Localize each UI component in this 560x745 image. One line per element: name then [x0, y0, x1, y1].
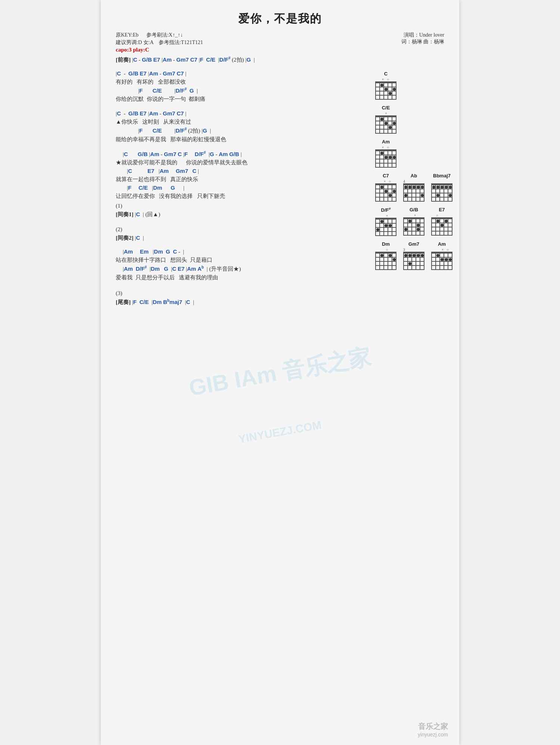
bridge-section: | Am Em | Dm G C - | 站在那抉择十字路口 想回头 只是藉口 …: [116, 248, 370, 282]
chorus-paren1: (1): [116, 201, 370, 210]
key-info: 原KEY:Eb 参考刷法:X↑_↑↓: [116, 32, 203, 38]
diag-group-row4: Dm ○: [375, 241, 452, 270]
suggest-info: 建议男调:D 女:A 参考指法:T121T121: [116, 39, 203, 46]
outro-chord: [尾奏] | F C/E | Dm Bbmaj7 | C |: [116, 298, 370, 306]
chord-diag-C: C × ○: [375, 71, 396, 100]
intro-chord-row: [前奏] | C - G/B E7 | Am - Gm7 C7 | F C/E …: [116, 56, 370, 63]
verse2-section: | C - G/B E7 | Am - Gm7 C7 | ▲你快乐 这时刻 从来…: [116, 110, 370, 144]
chord-diag-C7: C7 × ○: [375, 173, 396, 202]
chord-diag-CE: C/E ×: [375, 105, 396, 134]
chorus-lyric3: 让回忆停在爱你 没有我的选择 只剩下躯壳: [116, 192, 370, 201]
chord-diag-DFs: D/F# ×: [375, 207, 396, 236]
chord-diag-Am2: Am × ○: [431, 241, 452, 270]
key-label: 原KEY:Eb: [116, 32, 139, 38]
chord-diag-E7: E7 ○: [431, 207, 452, 236]
bridge-lyric2: 爱着我 只是想分手以后 逃避有我的理由: [116, 273, 370, 282]
v2-lyric1: ▲你快乐 这时刻 从来没有过: [116, 117, 370, 126]
capo-line: capo:3 play:C: [116, 47, 444, 53]
chord-diagrams-panel: C × ○: [375, 71, 452, 271]
paren3: (3): [116, 289, 370, 298]
diag-group-ce: C/E ×: [375, 105, 396, 134]
chord-diag-Dm: Dm ○: [375, 241, 396, 270]
main-content: [前奏] | C - G/B E7 | Am - Gm7 C7 | F C/E …: [116, 56, 370, 306]
watermark2: YINYUEZJ.COM: [237, 419, 323, 446]
footer-logo-text: 音乐之家: [418, 721, 448, 732]
v2-chord1: | C - G/B E7 | Am - Gm7 C7 |: [116, 110, 370, 117]
diag-group-c: C × ○: [375, 71, 396, 100]
chorus-interlude1: [间奏1] | C | (回▲): [116, 211, 370, 218]
main-page: GIB IAm 音乐之家 YINYUEZJ.COM 爱你，不是我的 原KEY:E…: [101, 0, 459, 745]
strum-label: 参考刷法:X↑_↑↓: [146, 32, 183, 38]
v1-lyric2: 你给的沉默 你说的一字一句 都刺痛: [116, 94, 370, 103]
diag-group-am: Am × ○: [375, 139, 396, 168]
meta-right: 演唱：Under lover 词：杨琳 曲：杨琳: [401, 32, 445, 46]
chord-diag-Gm7: Gm7 3: [403, 241, 424, 270]
v2-lyric2: 能给的幸福不再是我 那幸福的彩虹慢慢退色: [116, 135, 370, 144]
chorus-chord1: | C G/B | Am - Gm7 C | F D/F# | G - Am: [116, 150, 370, 158]
chord-diag-Bbmaj7: Bbmaj7: [431, 173, 452, 202]
bridge-chord2: | Am D/F# | Dm G | C E7 | Am Ab | (升半音回★…: [116, 265, 370, 273]
song-title: 爱你，不是我的: [116, 11, 444, 27]
chorus-section: | C G/B | Am - Gm7 C | F D/F# | G - Am: [116, 150, 370, 218]
footer-logo: 音乐之家 yinyuezj.com: [418, 721, 448, 738]
chorus-lyric1: ★就说爱你可能不是我的 你说的爱情早就失去眼色: [116, 158, 370, 167]
diag-group-row2: C7 × ○: [375, 173, 452, 202]
chord-diag-Am: Am × ○: [375, 139, 396, 168]
lyricist-info: 词：杨琳 曲：杨琳: [401, 38, 445, 45]
finger-label: 参考指法:T121T121: [159, 40, 203, 45]
outro-section: (3) [尾奏] | F C/E | Dm Bbmaj7 | C |: [116, 289, 370, 306]
chorus-chord2: | C E7 | Am Gm7 C |: [116, 168, 370, 174]
v1-lyric1: 有好的 有坏的 全部都没收: [116, 77, 370, 86]
interlude2-chord: [间奏2] | C |: [116, 235, 370, 242]
meta-left: 原KEY:Eb 参考刷法:X↑_↑↓ 建议男调:D 女:A 参考指法:T121T…: [116, 32, 203, 46]
v2-chord2: | F C/E | D/F# (2拍) | G |: [116, 127, 370, 134]
paren2: (2): [116, 225, 370, 234]
bridge-chord1: | Am Em | Dm G C - |: [116, 248, 370, 255]
chorus-lyric2: 就算在一起也得不到 真正的快乐: [116, 175, 370, 184]
meta-section: 原KEY:Eb 参考刷法:X↑_↑↓ 建议男调:D 女:A 参考指法:T121T…: [116, 32, 444, 46]
chord-diag-Ab: Ab 4: [403, 173, 424, 202]
v1-chord2: | F C/E | D/F# G |: [116, 87, 370, 94]
watermark: GIB IAm 音乐之家: [187, 342, 373, 403]
bridge-lyric1: 站在那抉择十字路口 想回头 只是藉口: [116, 255, 370, 264]
suggest-label: 建议男调:D 女:A: [116, 40, 153, 45]
chord-diag-GB: G/B ×: [403, 207, 424, 236]
chorus-chord3: | F C/E | Dm G |: [116, 184, 370, 191]
v1-chord1: | C - G/B E7 | Am - Gm7 C7 |: [116, 70, 370, 77]
diag-group-row3: D/F# ×: [375, 207, 452, 236]
interlude2-section: (2) [间奏2] | C |: [116, 225, 370, 242]
singer-info: 演唱：Under lover: [401, 32, 445, 38]
footer-url: yinyuezj.com: [418, 732, 448, 738]
intro-section: [前奏] | C - G/B E7 | Am - Gm7 C7 | F C/E …: [116, 56, 370, 63]
verse1-section: | C - G/B E7 | Am - Gm7 C7 | 有好的 有坏的 全部都…: [116, 70, 370, 103]
